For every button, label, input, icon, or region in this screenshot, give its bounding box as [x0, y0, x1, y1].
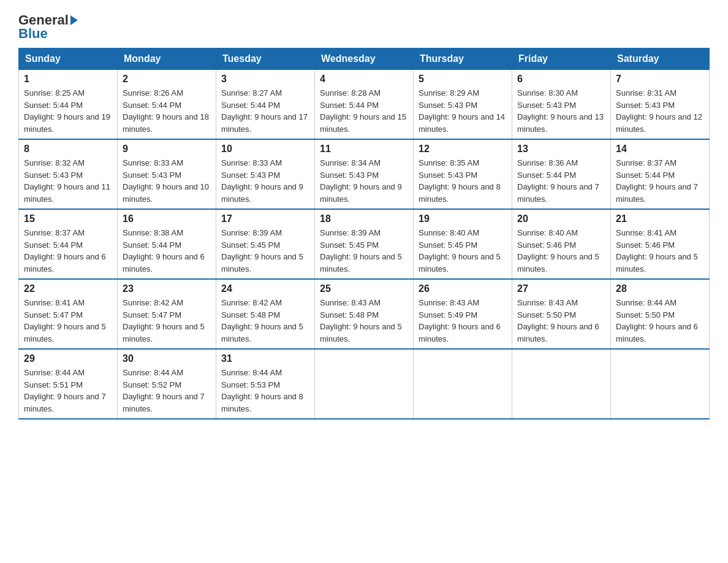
calendar-cell [512, 349, 611, 419]
calendar-cell: 3 Sunrise: 8:27 AMSunset: 5:44 PMDayligh… [216, 70, 315, 140]
calendar-cell: 27 Sunrise: 8:43 AMSunset: 5:50 PMDaylig… [512, 279, 611, 349]
day-info: Sunrise: 8:37 AMSunset: 5:44 PMDaylight:… [616, 158, 698, 204]
calendar-week-row: 22 Sunrise: 8:41 AMSunset: 5:47 PMDaylig… [19, 279, 710, 349]
calendar-cell: 1 Sunrise: 8:25 AMSunset: 5:44 PMDayligh… [19, 70, 118, 140]
calendar-cell: 5 Sunrise: 8:29 AMSunset: 5:43 PMDayligh… [414, 70, 512, 140]
calendar-cell: 7 Sunrise: 8:31 AMSunset: 5:43 PMDayligh… [611, 70, 710, 140]
calendar-week-row: 29 Sunrise: 8:44 AMSunset: 5:51 PMDaylig… [19, 349, 710, 419]
calendar-cell: 11 Sunrise: 8:34 AMSunset: 5:43 PMDaylig… [315, 139, 414, 209]
day-info: Sunrise: 8:27 AMSunset: 5:44 PMDaylight:… [221, 88, 308, 134]
logo-blue-text: Blue [18, 26, 48, 42]
day-number: 19 [419, 213, 507, 224]
calendar-week-row: 15 Sunrise: 8:37 AMSunset: 5:44 PMDaylig… [19, 209, 710, 279]
day-info: Sunrise: 8:26 AMSunset: 5:44 PMDaylight:… [123, 88, 209, 134]
day-number: 20 [517, 213, 605, 224]
day-number: 29 [24, 353, 112, 364]
calendar-cell: 17 Sunrise: 8:39 AMSunset: 5:45 PMDaylig… [216, 209, 315, 279]
calendar-cell: 18 Sunrise: 8:39 AMSunset: 5:45 PMDaylig… [315, 209, 414, 279]
calendar-cell: 30 Sunrise: 8:44 AMSunset: 5:52 PMDaylig… [118, 349, 216, 419]
calendar-cell: 21 Sunrise: 8:41 AMSunset: 5:46 PMDaylig… [611, 209, 710, 279]
day-number: 17 [221, 213, 309, 224]
day-number: 24 [221, 283, 309, 294]
calendar-header-sunday: Sunday [19, 48, 118, 70]
calendar-cell: 12 Sunrise: 8:35 AMSunset: 5:43 PMDaylig… [414, 139, 512, 209]
calendar-cell: 16 Sunrise: 8:38 AMSunset: 5:44 PMDaylig… [118, 209, 216, 279]
day-number: 10 [221, 144, 309, 155]
day-number: 28 [616, 283, 704, 294]
day-number: 14 [616, 144, 704, 155]
day-info: Sunrise: 8:41 AMSunset: 5:46 PMDaylight:… [616, 228, 698, 274]
day-info: Sunrise: 8:33 AMSunset: 5:43 PMDaylight:… [221, 158, 303, 204]
day-info: Sunrise: 8:30 AMSunset: 5:43 PMDaylight:… [517, 88, 604, 134]
calendar-cell: 22 Sunrise: 8:41 AMSunset: 5:47 PMDaylig… [19, 279, 118, 349]
day-number: 22 [24, 283, 112, 294]
calendar-cell: 29 Sunrise: 8:44 AMSunset: 5:51 PMDaylig… [19, 349, 118, 419]
day-info: Sunrise: 8:43 AMSunset: 5:48 PMDaylight:… [320, 298, 402, 343]
day-info: Sunrise: 8:39 AMSunset: 5:45 PMDaylight:… [221, 228, 303, 274]
calendar-cell: 20 Sunrise: 8:40 AMSunset: 5:46 PMDaylig… [512, 209, 611, 279]
day-number: 12 [419, 144, 507, 155]
day-info: Sunrise: 8:29 AMSunset: 5:43 PMDaylight:… [419, 88, 505, 134]
day-number: 3 [221, 74, 309, 85]
calendar-cell: 15 Sunrise: 8:37 AMSunset: 5:44 PMDaylig… [19, 209, 118, 279]
day-number: 9 [123, 144, 211, 155]
day-info: Sunrise: 8:44 AMSunset: 5:51 PMDaylight:… [24, 368, 106, 413]
calendar-cell: 25 Sunrise: 8:43 AMSunset: 5:48 PMDaylig… [315, 279, 414, 349]
calendar-cell: 19 Sunrise: 8:40 AMSunset: 5:45 PMDaylig… [414, 209, 512, 279]
day-info: Sunrise: 8:38 AMSunset: 5:44 PMDaylight:… [123, 228, 205, 274]
calendar-cell: 31 Sunrise: 8:44 AMSunset: 5:53 PMDaylig… [216, 349, 315, 419]
page-header: General Blue [18, 12, 710, 42]
day-number: 25 [320, 283, 408, 294]
calendar-cell [315, 349, 414, 419]
day-info: Sunrise: 8:39 AMSunset: 5:45 PMDaylight:… [320, 228, 402, 274]
calendar-cell: 26 Sunrise: 8:43 AMSunset: 5:49 PMDaylig… [414, 279, 512, 349]
calendar-header-thursday: Thursday [414, 48, 512, 70]
logo-row2: Blue [18, 26, 48, 42]
calendar-header-friday: Friday [512, 48, 611, 70]
calendar-cell: 13 Sunrise: 8:36 AMSunset: 5:44 PMDaylig… [512, 139, 611, 209]
day-number: 21 [616, 213, 704, 224]
day-number: 11 [320, 144, 408, 155]
day-number: 5 [419, 74, 507, 85]
day-info: Sunrise: 8:43 AMSunset: 5:50 PMDaylight:… [517, 298, 599, 343]
day-number: 7 [616, 74, 704, 85]
calendar-week-row: 1 Sunrise: 8:25 AMSunset: 5:44 PMDayligh… [19, 70, 710, 140]
day-number: 13 [517, 144, 605, 155]
day-info: Sunrise: 8:44 AMSunset: 5:52 PMDaylight:… [123, 368, 205, 413]
logo-arrow-icon [70, 15, 78, 25]
day-number: 31 [221, 353, 309, 364]
day-info: Sunrise: 8:32 AMSunset: 5:43 PMDaylight:… [24, 158, 110, 204]
calendar-header-monday: Monday [118, 48, 216, 70]
day-number: 6 [517, 74, 605, 85]
day-number: 1 [24, 74, 112, 85]
day-number: 23 [123, 283, 211, 294]
calendar-header-wednesday: Wednesday [315, 48, 414, 70]
calendar-cell: 8 Sunrise: 8:32 AMSunset: 5:43 PMDayligh… [19, 139, 118, 209]
day-info: Sunrise: 8:40 AMSunset: 5:45 PMDaylight:… [419, 228, 501, 274]
calendar-table: SundayMondayTuesdayWednesdayThursdayFrid… [18, 48, 710, 419]
calendar-cell: 14 Sunrise: 8:37 AMSunset: 5:44 PMDaylig… [611, 139, 710, 209]
day-number: 16 [123, 213, 211, 224]
day-info: Sunrise: 8:33 AMSunset: 5:43 PMDaylight:… [123, 158, 209, 204]
day-number: 30 [123, 353, 211, 364]
day-info: Sunrise: 8:41 AMSunset: 5:47 PMDaylight:… [24, 298, 106, 343]
day-info: Sunrise: 8:40 AMSunset: 5:46 PMDaylight:… [517, 228, 599, 274]
day-info: Sunrise: 8:42 AMSunset: 5:48 PMDaylight:… [221, 298, 303, 343]
day-number: 8 [24, 144, 112, 155]
logo: General Blue [18, 12, 80, 42]
calendar-cell: 24 Sunrise: 8:42 AMSunset: 5:48 PMDaylig… [216, 279, 315, 349]
day-number: 2 [123, 74, 211, 85]
calendar-header-saturday: Saturday [611, 48, 710, 70]
calendar-cell: 4 Sunrise: 8:28 AMSunset: 5:44 PMDayligh… [315, 70, 414, 140]
calendar-cell: 9 Sunrise: 8:33 AMSunset: 5:43 PMDayligh… [118, 139, 216, 209]
day-number: 4 [320, 74, 408, 85]
day-info: Sunrise: 8:43 AMSunset: 5:49 PMDaylight:… [419, 298, 501, 343]
day-number: 15 [24, 213, 112, 224]
calendar-cell: 10 Sunrise: 8:33 AMSunset: 5:43 PMDaylig… [216, 139, 315, 209]
day-info: Sunrise: 8:35 AMSunset: 5:43 PMDaylight:… [419, 158, 501, 204]
calendar-cell: 2 Sunrise: 8:26 AMSunset: 5:44 PMDayligh… [118, 70, 216, 140]
day-info: Sunrise: 8:42 AMSunset: 5:47 PMDaylight:… [123, 298, 205, 343]
calendar-week-row: 8 Sunrise: 8:32 AMSunset: 5:43 PMDayligh… [19, 139, 710, 209]
day-info: Sunrise: 8:31 AMSunset: 5:43 PMDaylight:… [616, 88, 702, 134]
day-info: Sunrise: 8:25 AMSunset: 5:44 PMDaylight:… [24, 88, 110, 134]
